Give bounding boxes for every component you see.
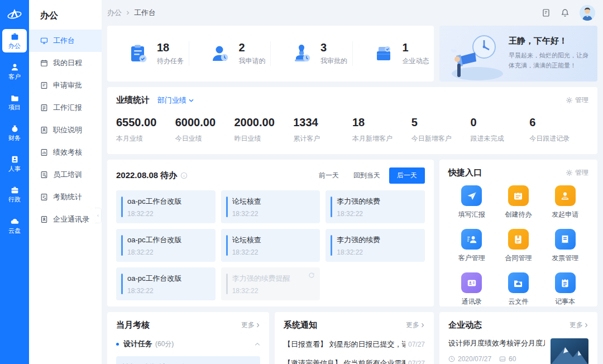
performance-metrics: 6550.00 本月业绩 6000.00 今日业绩 2000.00 昨日业绩 1… xyxy=(116,116,588,143)
sidebar-item-directory[interactable]: 企业通讯录 xyxy=(29,208,102,231)
document-person-icon xyxy=(40,171,48,179)
task-title: 李力强的续费 xyxy=(337,197,418,207)
sidebar-item-attendance[interactable]: 考勤统计 xyxy=(29,186,102,208)
assessment-title: 当月考核 xyxy=(116,320,150,331)
quick-item-contacts[interactable]: 通讯录 xyxy=(461,272,482,306)
rail-item-label: 云盘 xyxy=(8,227,21,234)
quick-manage-button[interactable]: 管理 xyxy=(566,168,588,178)
next-day-button[interactable]: 后一天 xyxy=(389,167,425,184)
chevron-up-icon[interactable] xyxy=(255,342,260,346)
assessment-task-row[interactable]: 论坛改版设计 (15分) xyxy=(116,356,260,364)
rail-item-label: 人事 xyxy=(8,165,21,172)
performance-filter-dropdown[interactable]: 部门业绩 xyxy=(157,95,194,106)
row-performance: 业绩统计 部门业绩 管理 6550.00 本月业绩 xyxy=(107,87,597,154)
overview-item-todo-tasks[interactable]: 18 待办任务 xyxy=(107,41,189,66)
sidebar-item-job-description[interactable]: 职位说明 xyxy=(29,119,102,141)
briefcase-icon xyxy=(10,185,20,195)
rail-item-admin[interactable]: 行政 xyxy=(2,183,27,206)
app-logo[interactable] xyxy=(0,0,29,29)
task-title: 论坛核查 xyxy=(232,197,314,207)
sidebar-item-training[interactable]: 员工培训 xyxy=(29,164,102,186)
task-card[interactable]: 论坛核查 18:32:22 xyxy=(221,190,320,223)
metric-label: 今日新增客户 xyxy=(411,134,471,143)
task-card[interactable]: oa-pc工作台改版 18:32:22 xyxy=(116,229,216,262)
task-card[interactable]: 论坛核查 18:32:22 xyxy=(221,229,320,262)
rail-item-office[interactable]: 办公 xyxy=(2,29,27,52)
overview-label: 企业动态 xyxy=(403,56,429,66)
quick-item-contract-mgmt[interactable]: 合同管理 xyxy=(505,229,532,263)
performance-title: 业绩统计 xyxy=(116,95,150,106)
sidebar-item-label: 申请审批 xyxy=(53,80,82,90)
quick-item-create-todo[interactable]: 创建待办 xyxy=(505,185,532,219)
task-card-done[interactable]: 李力强的续费提醒 18:32:22 xyxy=(221,267,320,300)
sidebar-collapse-handle[interactable]: ‹ xyxy=(95,208,102,223)
notice-item[interactable]: 【日报查看】 刘星彤的日报已提交，请及时查看！ 07/27 xyxy=(284,339,425,349)
task-card[interactable]: 李力强的续费 18:32:22 xyxy=(326,190,425,223)
news-item[interactable]: 设计师月度绩效考核评分月度月度绩... 2020/07/27 60 xyxy=(448,338,588,364)
quick-item-fill-report[interactable]: 填写汇报 xyxy=(458,185,485,219)
news-date: 2020/07/27 xyxy=(448,355,491,363)
back-to-today-button[interactable]: 回到当天 xyxy=(348,167,386,184)
greeting-subtitle: 早晨起来，灿烂的阳光，让身体充满，满满的正能量！ xyxy=(509,50,594,70)
quick-item-label: 通讯录 xyxy=(462,297,482,306)
task-card[interactable]: oa-pc工作台改版 18:32:22 xyxy=(116,267,216,300)
quick-item-label: 客户管理 xyxy=(458,253,485,263)
rail-item-projects[interactable]: 项目 xyxy=(2,90,27,114)
news-item-title: 设计师月度绩效考核评分月度月度绩... xyxy=(448,338,545,348)
rail-item-customers[interactable]: 客户 xyxy=(2,60,27,83)
notice-text: 【邀请完善信息】 你当前所有企业需要的个人档案信息 xyxy=(284,358,405,364)
info-icon[interactable] xyxy=(180,172,188,179)
notice-item[interactable]: 【邀请完善信息】 你当前所有企业需要的个人档案信息 07/27 xyxy=(284,358,425,364)
performance-header: 业绩统计 部门业绩 管理 xyxy=(116,95,588,106)
quick-item-cloud-files[interactable]: 云文件 xyxy=(508,272,529,306)
rail-item-label: 财务 xyxy=(8,135,21,141)
rail-item-finance[interactable]: 财务 xyxy=(2,121,27,145)
company-news-card: 企业动态 更多 设计师月度绩效考核评分月度月度绩... 2020/07/27 xyxy=(439,312,597,364)
task-title: oa-pc工作台改版 xyxy=(127,235,209,245)
sidebar-item-label: 绩效考核 xyxy=(53,147,82,157)
overview-card: 18 待办任务 2 我申请的 xyxy=(107,26,434,82)
changelog-icon[interactable] xyxy=(542,8,551,17)
sidebar-item-performance[interactable]: 绩效考核 xyxy=(29,141,102,164)
prev-day-button[interactable]: 前一天 xyxy=(313,167,344,184)
rail-item-clouddrive[interactable]: 云盘 xyxy=(2,214,27,237)
sidebar-item-workbench[interactable]: 工作台 xyxy=(29,30,102,52)
assessment-group-row[interactable]: 设计任务 (60分) xyxy=(116,339,260,349)
sidebar-item-approvals[interactable]: 申请审批 xyxy=(29,74,102,97)
performance-manage-button[interactable]: 管理 xyxy=(566,95,588,105)
task-card[interactable]: oa-pc工作台改版 18:32:22 xyxy=(116,190,216,223)
sidebar-item-reports[interactable]: 工作汇报 xyxy=(29,97,102,119)
rail-item-hr[interactable]: 人事 xyxy=(2,152,27,175)
notice-more-link[interactable]: 更多 xyxy=(406,320,425,330)
todo-title: 2022.08.08 待办 xyxy=(116,170,177,181)
overview-value: 2 xyxy=(239,41,266,54)
task-card[interactable]: 李力强的续费 18:32:22 xyxy=(326,229,425,262)
sidebar-title: 办公 xyxy=(29,0,102,30)
overview-item-company-news[interactable]: 1 企业动态 xyxy=(352,41,434,66)
metric-total-customers: 1334 累计客户 xyxy=(293,116,352,143)
quick-item-notepad[interactable]: 记事本 xyxy=(555,272,576,306)
document-chart-icon xyxy=(40,149,48,156)
bell-icon[interactable] xyxy=(561,8,570,17)
quick-item-invoice-mgmt[interactable]: 发票管理 xyxy=(552,229,578,263)
performance-card: 业绩统计 部门业绩 管理 6550.00 本月业绩 xyxy=(107,87,597,154)
todo-header: 2022.08.08 待办 前一天 回到当天 后一天 xyxy=(116,167,425,184)
id-badge-icon xyxy=(10,155,20,164)
overview-item-my-requests[interactable]: 2 我申请的 xyxy=(189,41,271,66)
quick-item-label: 云文件 xyxy=(508,297,528,306)
row-todo-quick: 2022.08.08 待办 前一天 回到当天 后一天 oa-pc工作台改版 18… xyxy=(107,160,597,306)
user-avatar[interactable] xyxy=(580,5,595,21)
metric-label: 昨日业绩 xyxy=(234,134,294,143)
assessment-more-link[interactable]: 更多 xyxy=(241,320,260,330)
breadcrumb-office[interactable]: 办公 xyxy=(107,8,122,18)
overview-item-my-approvals[interactable]: 3 我审批的 xyxy=(270,41,352,66)
person-request-icon xyxy=(555,185,576,206)
quick-item-start-request[interactable]: 发起申请 xyxy=(552,185,578,219)
news-more-link[interactable]: 更多 xyxy=(570,320,588,330)
bullet-dot xyxy=(116,343,119,346)
quick-item-customer-mgmt[interactable]: 客户管理 xyxy=(458,229,485,263)
task-time: 18:32:22 xyxy=(232,210,314,218)
quick-item-label: 填写汇报 xyxy=(458,210,485,219)
sidebar-item-schedule[interactable]: 我的日程 xyxy=(29,52,102,74)
assessment-group-label: 设计任务 xyxy=(123,339,152,349)
